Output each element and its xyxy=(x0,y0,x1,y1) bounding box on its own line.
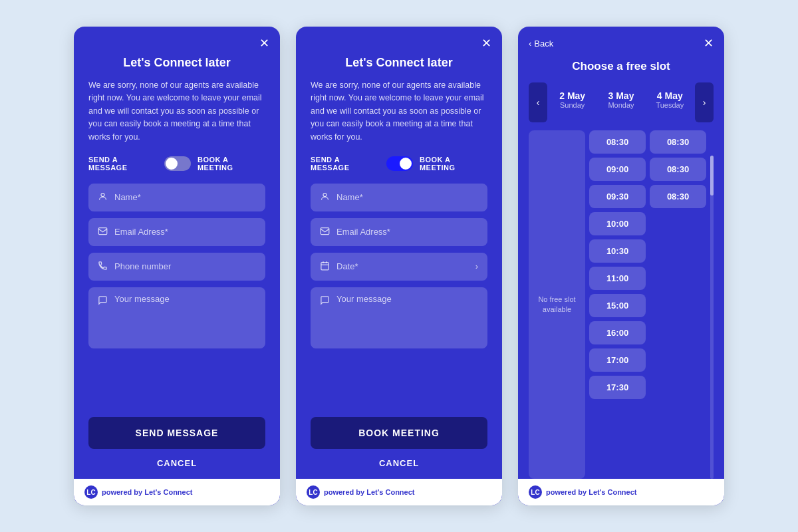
slot-time-button[interactable]: 16:00 xyxy=(589,321,646,344)
slot-time-button[interactable]: 08:30 xyxy=(650,130,706,154)
svg-rect-3 xyxy=(321,227,329,234)
panel3-footer: LC powered by Let's Connect xyxy=(518,479,724,505)
book-meeting-button[interactable]: BOOK MEETING xyxy=(311,417,487,449)
email-input-1[interactable] xyxy=(114,227,256,237)
date-1-header: 2 May xyxy=(550,90,595,101)
slot-time-button[interactable]: 10:30 xyxy=(589,239,646,263)
cancel-button-2[interactable]: CANCEL xyxy=(311,458,487,468)
message-icon-2 xyxy=(320,295,330,307)
toggle-switch-2[interactable] xyxy=(386,156,412,171)
panel-send-message: ✕ Let's Connect later We are sorry, none… xyxy=(74,27,280,505)
toggle-right-label-1: BOOK A MEETING xyxy=(198,156,265,172)
chevron-left-icon: ‹ xyxy=(529,39,531,49)
panel-book-meeting: ✕ Let's Connect later We are sorry, none… xyxy=(296,27,502,505)
phone-input-1[interactable] xyxy=(114,261,256,271)
panel1-description: We are sorry, none of our agents are ava… xyxy=(88,79,265,144)
phone-field-1[interactable] xyxy=(88,253,265,281)
slot-time-button[interactable]: 10:00 xyxy=(589,212,646,235)
panel-choose-slot: ‹ Back ✕ Choose a free slot ‹ 2 May Sund… xyxy=(518,27,724,505)
date-2-header: 3 May xyxy=(598,90,643,101)
toggle-row-1: SEND A MESSAGE BOOK A MEETING xyxy=(88,156,265,172)
slot-time-button[interactable]: 09:30 xyxy=(589,185,646,208)
slot-col-2: 08:3009:0009:3010:0010:3011:0015:0016:00… xyxy=(589,130,646,479)
phone-icon-1 xyxy=(98,261,108,273)
message-field-1[interactable] xyxy=(88,287,265,348)
close-button-3[interactable]: ✕ xyxy=(704,37,714,49)
close-button-2[interactable]: ✕ xyxy=(481,37,491,49)
panel1-footer: LC powered by Let's Connect xyxy=(74,479,280,505)
message-textarea-1[interactable] xyxy=(114,294,256,340)
date-3-subheader: Tuesday xyxy=(648,101,692,109)
svg-point-2 xyxy=(323,193,327,196)
date-3-header: 4 May xyxy=(648,90,692,101)
toggle-left-label-2: SEND A MESSAGE xyxy=(311,156,380,172)
slots-area: No free slot available 08:3009:0009:3010… xyxy=(529,130,714,479)
toggle-right-label-2: BOOK A MEETING xyxy=(420,156,487,172)
svg-point-0 xyxy=(101,193,104,196)
send-message-button[interactable]: SEND MESSAGE xyxy=(88,417,265,449)
close-button-1[interactable]: ✕ xyxy=(259,37,269,49)
footer-text-1: powered by Let's Connect xyxy=(102,488,192,496)
toggle-row-2: SEND A MESSAGE BOOK A MEETING xyxy=(311,156,487,172)
panel2-title: Let's Connect later xyxy=(311,56,487,70)
name-field-1[interactable] xyxy=(88,184,265,211)
slot-time-button[interactable]: 08:30 xyxy=(650,185,706,208)
person-icon-1 xyxy=(98,192,108,203)
email-icon-1 xyxy=(98,226,108,238)
date-2-subheader: Monday xyxy=(598,101,643,109)
message-icon-1 xyxy=(98,295,108,307)
person-icon-2 xyxy=(320,192,330,203)
chevron-right-icon: › xyxy=(475,261,478,271)
no-slot-text: No free slot available xyxy=(533,295,581,315)
footer-text-2: powered by Let's Connect xyxy=(324,488,414,496)
panels-container: ✕ Let's Connect later We are sorry, none… xyxy=(53,5,745,527)
slot-panel-title: Choose a free slot xyxy=(529,60,714,73)
date-nav-row: ‹ 2 May Sunday 3 May Monday 4 May Tuesda… xyxy=(529,82,714,122)
date-col-3: 4 May Tuesday xyxy=(648,90,692,114)
slot-time-button[interactable]: 08:30 xyxy=(650,158,706,181)
panel2-description: We are sorry, none of our agents are ava… xyxy=(311,79,487,144)
panel1-title: Let's Connect later xyxy=(88,56,265,70)
email-input-2[interactable] xyxy=(336,227,478,237)
no-slot-indicator: No free slot available xyxy=(529,130,585,479)
slot-header-row: ‹ Back ✕ xyxy=(529,37,714,49)
name-input-2[interactable] xyxy=(336,192,478,202)
footer-text-3: powered by Let's Connect xyxy=(546,488,636,496)
footer-logo-3: LC xyxy=(529,485,542,499)
email-field-2[interactable] xyxy=(311,218,487,246)
name-field-2[interactable] xyxy=(311,184,487,211)
form-fields-2: › xyxy=(311,184,487,404)
date-1-subheader: Sunday xyxy=(550,101,595,109)
slot-time-button[interactable]: 09:00 xyxy=(589,158,646,181)
date-col-1: 2 May Sunday xyxy=(550,90,595,114)
email-icon-2 xyxy=(320,226,330,238)
toggle-left-label-1: SEND A MESSAGE xyxy=(88,156,158,172)
date-field-2[interactable]: › xyxy=(311,253,487,281)
slot-time-button[interactable]: 17:00 xyxy=(589,348,646,372)
slot-scrollbar xyxy=(710,156,714,479)
email-field-1[interactable] xyxy=(88,218,265,246)
slot-col-3: 08:3008:3008:30 xyxy=(650,130,706,479)
date-next-button[interactable]: › xyxy=(695,82,714,122)
date-input-2[interactable] xyxy=(336,261,469,271)
toggle-knob-1 xyxy=(166,158,178,170)
slot-time-button[interactable]: 11:00 xyxy=(589,267,646,290)
slot-time-button[interactable]: 15:00 xyxy=(589,294,646,317)
panel2-footer: LC powered by Let's Connect xyxy=(296,479,502,505)
svg-rect-4 xyxy=(321,262,329,269)
toggle-knob-2 xyxy=(400,158,412,170)
date-columns: 2 May Sunday 3 May Monday 4 May Tuesday xyxy=(550,90,692,114)
toggle-switch-1[interactable] xyxy=(164,156,190,171)
svg-rect-1 xyxy=(98,227,107,234)
message-field-2[interactable] xyxy=(311,287,487,348)
back-button[interactable]: ‹ Back xyxy=(529,39,553,49)
footer-logo-2: LC xyxy=(307,485,320,499)
name-input-1[interactable] xyxy=(114,192,256,202)
slot-time-button[interactable]: 08:30 xyxy=(589,130,646,154)
calendar-icon-2 xyxy=(320,261,330,273)
cancel-button-1[interactable]: CANCEL xyxy=(88,458,265,468)
date-prev-button[interactable]: ‹ xyxy=(529,82,547,122)
slot-time-button[interactable]: 17:30 xyxy=(589,376,646,399)
message-textarea-2[interactable] xyxy=(336,294,478,340)
date-col-2: 3 May Monday xyxy=(598,90,643,114)
